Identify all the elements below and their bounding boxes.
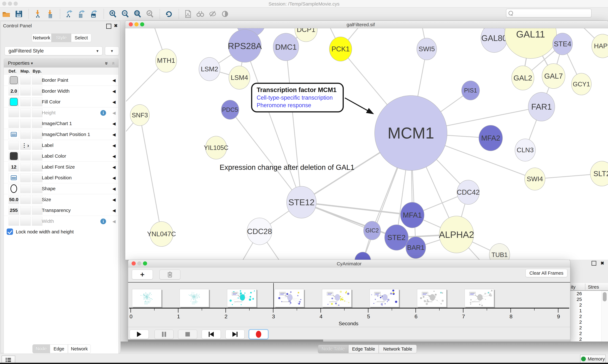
tab-network[interactable]: Network <box>32 34 52 42</box>
timeline[interactable]: 0123456789 Seconds <box>128 283 570 327</box>
property-cell[interactable] <box>32 184 42 193</box>
property-cell[interactable]: ⋮› <box>20 141 31 150</box>
play-button[interactable] <box>130 330 149 339</box>
property-cell[interactable] <box>9 184 19 193</box>
property-cell[interactable] <box>9 108 19 117</box>
zoom-selected-icon[interactable] <box>145 9 155 18</box>
cyanimator-scrollbar[interactable] <box>128 339 570 341</box>
column-ity[interactable]: ity <box>571 284 576 290</box>
close-table-icon[interactable]: ✖ <box>601 260 604 266</box>
property-cell[interactable] <box>20 217 31 226</box>
node-ynl047c[interactable]: YNL047C <box>150 221 173 247</box>
property-cell[interactable] <box>20 119 31 128</box>
table-row[interactable]: 2 <box>570 314 602 319</box>
expand-row-icon[interactable]: ◀ <box>112 143 116 148</box>
property-row-fill-color[interactable]: Fill Color◀ <box>4 96 118 107</box>
node-cdc28[interactable]: CDC28 <box>247 218 272 245</box>
property-cell[interactable] <box>32 152 42 160</box>
property-cell[interactable] <box>32 217 42 226</box>
property-cell[interactable] <box>9 152 19 160</box>
node-gal7[interactable]: GAL7 <box>542 64 565 89</box>
skip-end-button[interactable] <box>225 330 245 339</box>
property-cell[interactable] <box>32 87 42 95</box>
property-cell[interactable] <box>32 141 42 150</box>
property-cell[interactable]: 255 <box>9 206 19 215</box>
save-session-icon[interactable] <box>14 9 24 18</box>
property-cell[interactable] <box>32 163 42 171</box>
property-cell[interactable] <box>9 97 19 106</box>
property-row-label-position[interactable]: Label Position◀ <box>4 172 118 183</box>
property-cell[interactable] <box>32 76 42 85</box>
node-rps28a[interactable]: RPS28A <box>228 29 262 63</box>
delete-frame-button[interactable] <box>159 270 180 279</box>
open-session-icon[interactable] <box>1 9 11 18</box>
export-table-icon[interactable] <box>77 9 86 18</box>
timeline-frame-3[interactable] <box>275 289 304 307</box>
property-cell[interactable] <box>32 195 42 204</box>
property-row-label-color[interactable]: Label Color◀ <box>4 151 118 162</box>
table-column-headers[interactable]: ity Stres <box>570 283 608 291</box>
bottom-tab-edge[interactable]: Edge <box>50 344 68 353</box>
property-row-transparency[interactable]: 255Transparency◀ <box>4 205 118 216</box>
property-cell[interactable] <box>32 206 42 215</box>
network-window-titlebar[interactable]: galFiltered.sif <box>125 21 608 28</box>
table-row[interactable]: 2 <box>570 319 602 325</box>
node-dmc1[interactable]: DMC1 <box>273 33 299 61</box>
table-scrollbar[interactable] <box>602 291 608 341</box>
property-cell[interactable]: 50.0 <box>9 195 19 204</box>
timeline-frame-2[interactable] <box>227 289 257 307</box>
expand-row-icon[interactable]: ◀ <box>112 100 116 104</box>
timeline-frame-1[interactable] <box>180 289 209 307</box>
refresh-icon[interactable] <box>164 9 174 18</box>
property-cell[interactable] <box>9 119 19 128</box>
zoom-in-icon[interactable] <box>108 9 118 18</box>
property-row-size[interactable]: 50.0Size◀ <box>4 194 118 205</box>
property-cell[interactable] <box>9 173 19 182</box>
property-cell[interactable] <box>32 130 42 139</box>
node-swi4[interactable]: SWI4 <box>525 168 545 190</box>
expand-row-icon[interactable]: ◀ <box>112 132 116 137</box>
property-row-border-width[interactable]: 2.0Border Width◀ <box>4 86 118 97</box>
search-input[interactable] <box>506 9 592 18</box>
expand-row-icon[interactable]: ◀ <box>112 165 116 170</box>
property-cell[interactable]: 2.0 <box>9 87 19 95</box>
timeline-playhead[interactable] <box>273 283 274 308</box>
skip-start-button[interactable] <box>202 330 221 339</box>
node-cln3[interactable]: CLN3 <box>515 139 536 161</box>
property-cell[interactable] <box>20 163 31 171</box>
expand-row-icon[interactable]: ◀ <box>112 111 116 116</box>
style-selector[interactable]: galFiltered Style ▾ <box>5 47 102 55</box>
tab-network-table[interactable]: Network Table <box>379 345 417 353</box>
table-row[interactable]: 25 <box>570 297 602 302</box>
column-stres[interactable]: Stres <box>588 284 599 290</box>
properties-header[interactable]: Properties ▾ » « <box>4 59 118 68</box>
float-panel-icon[interactable] <box>106 24 111 29</box>
tab-edge-table[interactable]: Edge Table <box>348 345 379 353</box>
table-row[interactable]: 2 <box>570 337 602 342</box>
timeline-frame-4[interactable] <box>322 289 351 307</box>
find-icon[interactable] <box>195 9 205 18</box>
property-cell[interactable] <box>32 173 42 182</box>
node-ste2[interactable]: STE2 <box>385 224 409 250</box>
property-row-label-font-size[interactable]: 12Label Font Size◀ <box>4 162 118 172</box>
record-button[interactable] <box>249 330 268 339</box>
node-lsm2[interactable]: LSM2 <box>199 57 220 81</box>
property-cell[interactable]: 12 <box>9 163 19 171</box>
property-cell[interactable] <box>20 152 31 160</box>
collapse-all-icon[interactable]: « <box>111 62 117 65</box>
close-icon[interactable] <box>132 261 136 265</box>
property-cell[interactable] <box>32 119 42 128</box>
style-options-button[interactable]: ▾ <box>105 47 119 55</box>
memory-button[interactable]: Memory <box>580 355 606 363</box>
property-cell[interactable] <box>32 108 42 117</box>
node-gcy1[interactable]: GCY1 <box>571 73 592 95</box>
info-icon[interactable]: i <box>100 110 106 116</box>
property-cell[interactable] <box>20 130 31 139</box>
property-row-width[interactable]: Widthi◀ <box>4 216 118 227</box>
node-pdc5[interactable]: PDC5 <box>221 100 239 119</box>
expand-row-icon[interactable]: ◀ <box>112 89 116 94</box>
property-cell[interactable] <box>20 195 31 204</box>
property-cell[interactable] <box>20 173 31 182</box>
node-mcm1[interactable]: MCM1 <box>374 95 447 171</box>
property-cell[interactable] <box>9 76 19 85</box>
